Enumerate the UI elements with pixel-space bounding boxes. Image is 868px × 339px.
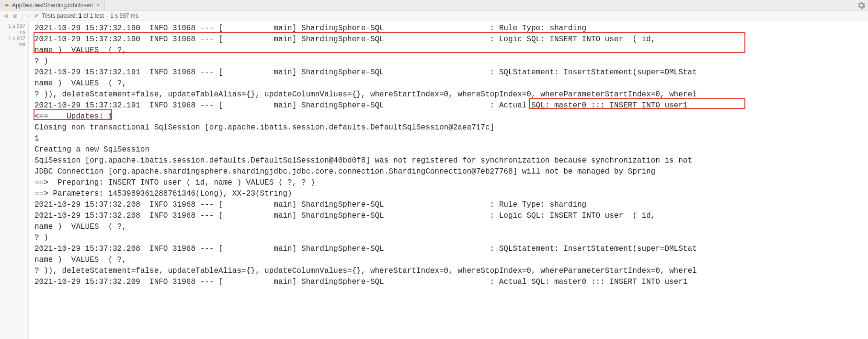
expand-icon[interactable]: » (26, 12, 31, 19)
console-line: ? )), deleteStatement=false, updateTable… (34, 266, 864, 277)
time-sidebar: 1 s 937 ms 1 s 937 ms (0, 21, 29, 339)
console-line: name ) VALUES ( ?, (34, 255, 864, 266)
console-line: 1 (34, 133, 864, 144)
console-line: <== Updates: 1 (34, 111, 864, 122)
check-icon: ✔ (34, 12, 39, 19)
console-line: ? ) (34, 233, 864, 244)
console-line: Creating a new SqlSession (34, 144, 864, 155)
console-line: 2021-10-29 15:37:32.208 INFO 31968 --- [… (34, 210, 864, 222)
separator: | (22, 12, 23, 19)
console-line: ==> Preparing: INSERT INTO user ( id, na… (34, 177, 864, 188)
gear-icon[interactable] (857, 1, 865, 9)
console-line: 2021-10-29 15:37:32.191 INFO 31968 --- [… (34, 100, 864, 111)
close-icon[interactable]: × (95, 2, 101, 9)
sidebar-time: 1 s 937 ms (0, 35, 28, 48)
console-line: SqlSession [org.apache.ibatis.session.de… (34, 155, 864, 166)
svg-marker-1 (7, 3, 9, 7)
console-line: 2021-10-29 15:37:32.190 INFO 31968 --- [… (34, 34, 864, 45)
console-line: ? )), deleteStatement=false, updateTable… (34, 89, 864, 100)
console-line: ? ) (34, 56, 864, 67)
console-line: 2021-10-29 15:37:32.191 INFO 31968 --- [… (34, 67, 864, 78)
console-line: 2021-10-29 15:37:32.209 INFO 31968 --- [… (34, 277, 864, 288)
console-line: name ) VALUES ( ?, (34, 78, 864, 89)
console-line: name ) VALUES ( ?, (34, 222, 864, 233)
console-line: ==> Parameters: 1453989361288761346(Long… (34, 188, 864, 199)
console-line: name ) VALUES ( ?, (34, 45, 864, 56)
test-status-text: Tests passed: 1 of 1 test – 1 s 937 ms (42, 12, 138, 19)
test-status-bar: ◀ ⊘ | » ✔ Tests passed: 1 of 1 test – 1 … (0, 11, 868, 21)
run-config-icon (4, 2, 10, 8)
console-output[interactable]: 2021-10-29 15:37:32.190 INFO 31968 --- [… (29, 21, 868, 339)
console-line: 2021-10-29 15:37:32.208 INFO 31968 --- [… (34, 244, 864, 255)
console-line: Closing non transactional SqlSession [or… (34, 122, 864, 133)
console-line: 2021-10-29 15:37:32.190 INFO 31968 --- [… (34, 23, 864, 34)
sidebar-time: 1 s 937 ms (0, 23, 28, 35)
tab-test-run[interactable]: AppTest.testShardingJdbcInsert × (0, 0, 105, 10)
tab-title: AppTest.testShardingJdbcInsert (12, 2, 93, 9)
console-line: 2021-10-29 15:37:32.208 INFO 31968 --- [… (34, 199, 864, 210)
history-back-icon[interactable]: ◀ (2, 12, 9, 19)
tab-bar: AppTest.testShardingJdbcInsert × (0, 0, 868, 11)
console-line: JDBC Connection [org.apache.shardingsphe… (34, 166, 864, 177)
history-forward-icon[interactable]: ⊘ (12, 12, 19, 19)
